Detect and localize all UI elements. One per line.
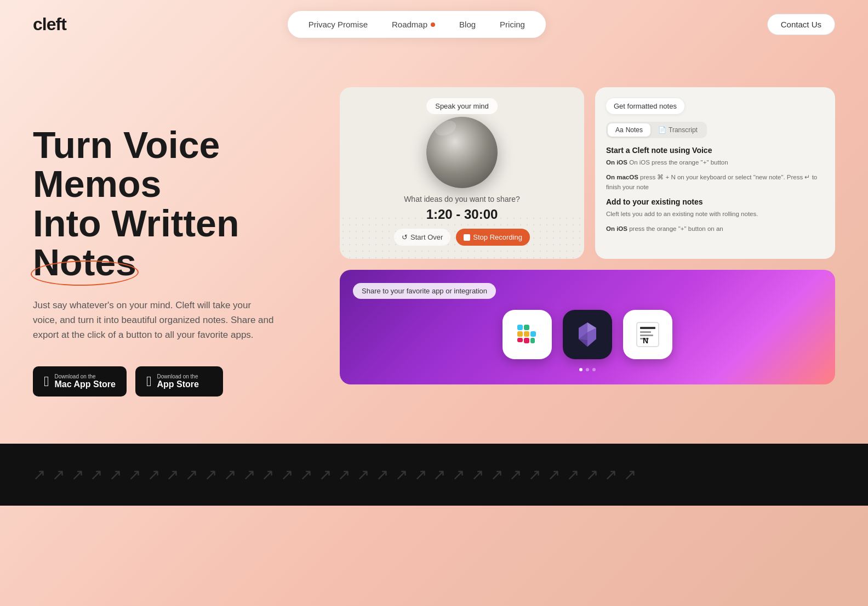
nav-links: Privacy Promise Roadmap Blog Pricing	[288, 11, 546, 38]
carousel-dot-1[interactable]	[579, 368, 583, 371]
ios-store-small-text: Download on the	[157, 373, 198, 380]
carousel-dot-3[interactable]	[592, 368, 596, 371]
notes-highlight: Notes	[33, 243, 136, 282]
slack-app-icon[interactable]	[502, 310, 552, 359]
app-icons-row: N	[353, 310, 822, 359]
apple-icon: 	[44, 373, 49, 390]
svg-rect-4	[524, 338, 529, 343]
nav-roadmap[interactable]: Roadmap	[382, 15, 445, 33]
start-over-label: Start Over	[410, 233, 443, 241]
carousel-dots	[353, 368, 822, 371]
ios-store-large-text: App Store	[157, 380, 198, 389]
obsidian-icon	[572, 319, 603, 350]
footer-bar: ↗ ↗ ↗ ↗ ↗ ↗ ↗ ↗ ↗ ↗ ↗ ↗ ↗ ↗ ↗ ↗ ↗ ↗ ↗ ↗ …	[0, 444, 868, 506]
top-cards: Speak your mind What ideas do you want t…	[340, 87, 835, 259]
hero-section: Turn Voice Memos Into Written Notes Just…	[0, 49, 868, 433]
hero-left: Turn Voice Memos Into Written Notes Just…	[33, 82, 318, 397]
speak-badge: Speak your mind	[426, 98, 498, 114]
notes-section2-body: Cleft lets you add to an existing note w…	[606, 209, 824, 219]
svg-marker-13	[587, 339, 596, 347]
notes-content: Start a Cleft note using Voice On iOS On…	[606, 146, 824, 239]
notes-section1-ios: On iOS On iOS press the orange "+" butto…	[606, 158, 824, 167]
hero-right: Speak your mind What ideas do you want t…	[340, 82, 835, 384]
transcript-tab-label: Transcript	[669, 126, 698, 134]
contact-button[interactable]: Contact Us	[767, 14, 835, 35]
slack-icon	[512, 319, 542, 350]
notes-section2-ios: On iOS press the orange "+" button on an	[606, 224, 824, 234]
notes-section1-title: Start a Cleft note using Voice	[606, 146, 824, 155]
mac-store-large-text: Mac App Store	[55, 380, 116, 389]
svg-marker-12	[579, 339, 587, 347]
notion-app-icon[interactable]: N	[623, 310, 672, 359]
notes-section2-title: Add to your existing notes	[606, 197, 824, 206]
mac-app-store-button[interactable]:  Download on the Mac App Store	[33, 366, 127, 397]
get-formatted-badge: Get formatted notes	[606, 98, 684, 114]
share-card: Share to your favorite app or integratio…	[340, 270, 835, 384]
notes-tab-icon: Aa	[615, 126, 624, 134]
apple-icon-2: 	[146, 373, 152, 390]
voice-timer: 1:20 - 30:00	[426, 207, 498, 222]
start-over-button[interactable]: ↺ Start Over	[394, 229, 450, 246]
navbar: cleft Privacy Promise Roadmap Blog Prici…	[0, 0, 868, 49]
voice-question: What ideas do you want to share?	[404, 195, 520, 203]
svg-rect-3	[524, 331, 529, 337]
stop-recording-button[interactable]: Stop Recording	[456, 229, 530, 246]
obsidian-app-icon[interactable]	[563, 310, 612, 359]
svg-rect-7	[517, 325, 523, 330]
stop-recording-label: Stop Recording	[473, 233, 522, 241]
notes-tab-label: Notes	[626, 126, 643, 134]
nav-blog[interactable]: Blog	[449, 15, 486, 33]
notes-tabs: Aa Notes 📄 Transcript	[606, 122, 707, 138]
nav-pricing[interactable]: Pricing	[490, 15, 535, 33]
svg-text:N: N	[643, 336, 648, 345]
voice-card: Speak your mind What ideas do you want t…	[340, 87, 584, 259]
svg-rect-6	[530, 338, 535, 343]
footer-pattern: ↗ ↗ ↗ ↗ ↗ ↗ ↗ ↗ ↗ ↗ ↗ ↗ ↗ ↗ ↗ ↗ ↗ ↗ ↗ ↗ …	[33, 466, 637, 484]
logo[interactable]: cleft	[33, 14, 66, 35]
svg-rect-5	[530, 331, 536, 337]
share-badge: Share to your favorite app or integratio…	[353, 283, 496, 299]
cta-buttons:  Download on the Mac App Store  Downlo…	[33, 366, 318, 397]
stop-icon	[464, 234, 470, 241]
mac-store-small-text: Download on the	[55, 373, 96, 380]
ios-app-store-button[interactable]:  Download on the App Store	[135, 366, 223, 397]
tab-transcript[interactable]: 📄 Transcript	[650, 123, 705, 137]
refresh-icon: ↺	[402, 233, 408, 241]
svg-rect-15	[640, 327, 655, 329]
transcript-tab-icon: 📄	[658, 126, 666, 134]
nav-privacy[interactable]: Privacy Promise	[299, 15, 378, 33]
roadmap-dot	[431, 22, 435, 27]
notion-icon: N	[632, 319, 663, 350]
svg-rect-16	[640, 331, 651, 333]
hero-title: Turn Voice Memos Into Written Notes	[33, 126, 318, 282]
carousel-dot-2[interactable]	[586, 368, 589, 371]
svg-rect-2	[524, 325, 529, 330]
tab-notes[interactable]: Aa Notes	[608, 123, 650, 137]
notes-card: Get formatted notes Aa Notes 📄 Transcrip…	[595, 87, 835, 259]
hero-subtitle: Just say whatever's on your mind. Cleft …	[33, 298, 274, 343]
svg-rect-1	[517, 338, 523, 342]
voice-controls: ↺ Start Over Stop Recording	[394, 229, 530, 246]
voice-sphere	[426, 117, 498, 188]
svg-rect-0	[517, 331, 523, 337]
notes-section1-macos: On macOS press ⌘ + N on your keyboard or…	[606, 173, 824, 192]
